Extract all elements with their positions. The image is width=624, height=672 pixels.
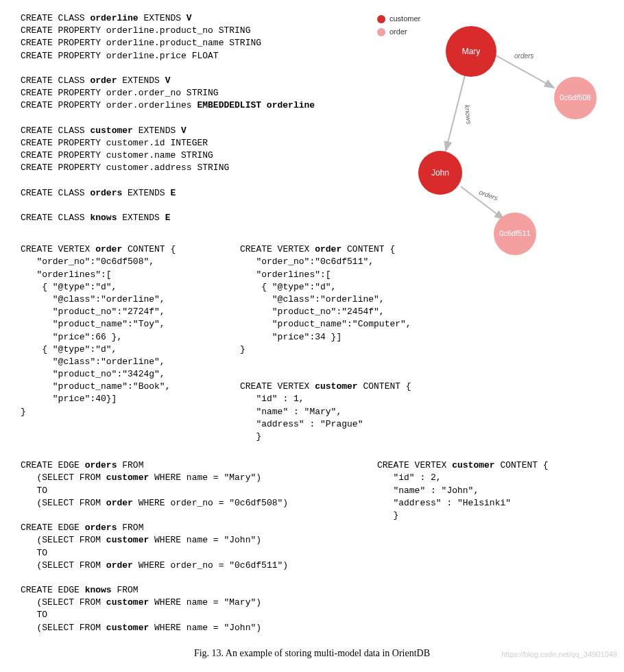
edge-label-orders-1: orders [514, 51, 533, 61]
vertex-order-1: CREATE VERTEX order CONTENT { "order_no"… [21, 243, 226, 443]
svg-line-1 [446, 75, 465, 151]
node-john: John [418, 151, 462, 195]
node-order-508: 0c6df508 [554, 77, 597, 119]
node-mary-label: Mary [462, 46, 481, 58]
customer-2-code: CREATE VERTEX customer CONTENT { "id" : … [377, 459, 549, 634]
graph-diagram: customer order Mary 0c6df508 John 0c6df5… [377, 14, 603, 247]
node-order-511: 0c6df511 [494, 213, 536, 255]
node-john-label: John [431, 167, 449, 179]
watermark: https://blog.csdn.net/qq_34901049 [501, 649, 617, 660]
edges-customers-row: CREATE EDGE orders FROM (SELECT FROM cus… [21, 459, 603, 634]
vertex-orders-row: CREATE VERTEX order CONTENT { "order_no"… [21, 243, 603, 443]
node-order-508-label: 0c6df508 [560, 93, 590, 103]
node-mary: Mary [446, 26, 496, 77]
vertex-order-2: CREATE VERTEX order CONTENT { "order_no"… [240, 243, 411, 443]
edge-label-knows: knows [462, 104, 474, 125]
node-order-511-label: 0c6df511 [499, 228, 530, 239]
edges-code: CREATE EDGE orders FROM (SELECT FROM cus… [21, 459, 377, 634]
